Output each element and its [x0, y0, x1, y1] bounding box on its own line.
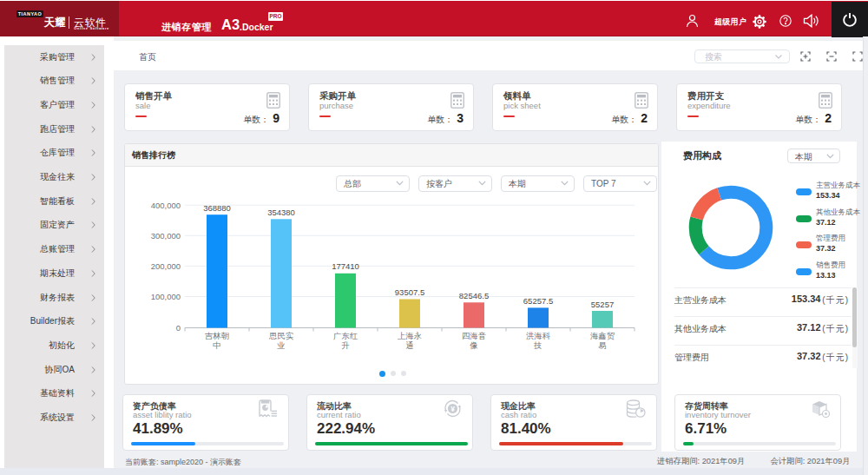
svg-text:200,000: 200,000: [151, 261, 181, 271]
svg-text:广东红: 广东红: [333, 332, 358, 340]
svg-text:0: 0: [176, 323, 181, 333]
svg-text:354380: 354380: [267, 208, 295, 217]
svg-text:82546.5: 82546.5: [459, 291, 489, 300]
svg-text:¥: ¥: [450, 404, 455, 412]
svg-text:易: 易: [598, 341, 606, 350]
svg-text:177410: 177410: [332, 261, 359, 271]
svg-text:业: 业: [277, 341, 285, 350]
svg-text:洪海科: 洪海科: [526, 332, 551, 340]
svg-text:海鑫贸: 海鑫贸: [590, 332, 615, 340]
svg-text:300,000: 300,000: [151, 231, 181, 241]
svg-text:65257.5: 65257.5: [523, 296, 553, 306]
svg-text:四海音: 四海音: [462, 332, 486, 340]
svg-text:思民实: 思民实: [268, 331, 294, 340]
svg-text:吉林朝: 吉林朝: [205, 332, 229, 340]
svg-text:像: 像: [469, 341, 477, 350]
svg-text:100,000: 100,000: [151, 292, 181, 301]
svg-text:400,000: 400,000: [151, 201, 181, 210]
svg-text:中: 中: [213, 341, 220, 350]
svg-text:93507.5: 93507.5: [395, 287, 424, 297]
svg-text:升: 升: [341, 341, 349, 350]
svg-text:上海永: 上海永: [398, 332, 422, 340]
svg-text:368880: 368880: [203, 203, 231, 213]
svg-text:55257: 55257: [591, 300, 614, 309]
svg-text:技: 技: [533, 341, 542, 350]
svg-text:通: 通: [405, 340, 413, 350]
